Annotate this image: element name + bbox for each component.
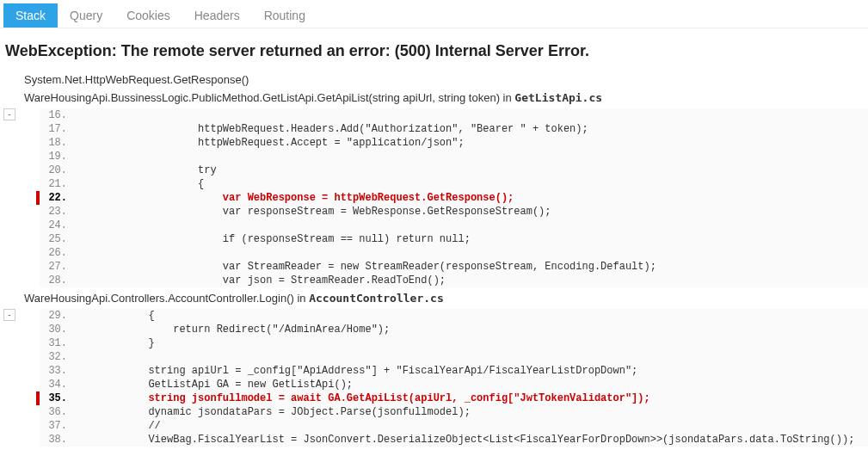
frame-text: WareHousingApi.BussinessLogic.PublicMeth… [24, 91, 514, 104]
line-number: 29. [40, 309, 74, 323]
line-number: 26. [40, 246, 74, 260]
code-line: 20. try [40, 163, 868, 177]
frame-file: AccountController.cs [309, 292, 444, 305]
line-code: { [74, 309, 155, 323]
line-code: httpWebRequest.Accept = "application/jso… [74, 136, 465, 150]
stack-frame[interactable]: WareHousingApi.Controllers.AccountContro… [0, 289, 868, 307]
code-line: 35. string jsonfullmodel = await GA.GetA… [40, 391, 868, 405]
line-code: GetListApi GA = new GetListApi(); [74, 378, 353, 391]
stack-frame[interactable]: WareHousingApi.BussinessLogic.PublicMeth… [0, 89, 868, 107]
code-line: 37. // [40, 419, 868, 433]
code-block: -16.17. httpWebRequest.Headers.Add("Auth… [40, 108, 868, 287]
collapse-button[interactable]: - [3, 108, 15, 120]
frame-text: WareHousingApi.Controllers.AccountContro… [24, 292, 309, 305]
line-code: var StreamReader = new StreamReader(resp… [74, 260, 656, 274]
line-number: 33. [40, 364, 74, 378]
line-number: 17. [40, 122, 74, 136]
line-number: 25. [40, 232, 74, 246]
code-line: 31. } [40, 336, 868, 350]
line-number: 24. [40, 219, 74, 232]
line-code: dynamic jsondataPars = JObject.Parse(jso… [74, 405, 471, 419]
code-line: 24. [40, 219, 868, 232]
tab-stack[interactable]: Stack [3, 3, 58, 28]
stack-frames: System.Net.HttpWebRequest.GetResponse()W… [0, 71, 868, 447]
line-code: } [74, 336, 155, 350]
line-code: string apiUrl = _config["ApiAddress"] + … [74, 364, 637, 378]
tab-bar: Stack Query Cookies Headers Routing [0, 0, 868, 28]
line-code: // [74, 419, 161, 433]
line-number: 31. [40, 336, 74, 350]
line-number: 19. [40, 150, 74, 163]
line-number: 23. [40, 205, 74, 219]
stack-frame: System.Net.HttpWebRequest.GetResponse() [0, 71, 868, 89]
frame-file: GetListApi.cs [514, 91, 602, 104]
exception-title: WebException: The remote server returned… [0, 28, 868, 71]
line-number: 18. [40, 136, 74, 150]
code-line: 25. if (responseStream == null) return n… [40, 232, 868, 246]
line-number: 22. [40, 191, 74, 205]
code-line: 17. httpWebRequest.Headers.Add("Authoriz… [40, 122, 868, 136]
line-number: 34. [40, 378, 74, 391]
tab-query[interactable]: Query [58, 3, 114, 28]
line-number: 32. [40, 350, 74, 364]
line-number: 16. [40, 108, 74, 122]
code-line: 30. return Redirect("/AdminArea/Home"); [40, 323, 868, 336]
collapse-button[interactable]: - [3, 309, 15, 321]
code-line: 29. { [40, 309, 868, 323]
code-line: 36. dynamic jsondataPars = JObject.Parse… [40, 405, 868, 419]
line-code: ViewBag.FiscalYearList = JsonConvert.Des… [74, 433, 854, 447]
tab-routing[interactable]: Routing [252, 3, 317, 28]
line-number: 38. [40, 433, 74, 447]
line-code: var responseStream = WebResponse.GetResp… [74, 205, 551, 219]
line-code: if (responseStream == null) return null; [74, 232, 471, 246]
line-code: string jsonfullmodel = await GA.GetApiLi… [74, 391, 650, 405]
line-number: 37. [40, 419, 74, 433]
code-line: 32. [40, 350, 868, 364]
code-line: 22. var WebResponse = httpWebRequest.Get… [40, 191, 868, 205]
tab-headers[interactable]: Headers [182, 3, 252, 28]
line-number: 20. [40, 163, 74, 177]
code-line: 23. var responseStream = WebResponse.Get… [40, 205, 868, 219]
line-code: httpWebRequest.Headers.Add("Authorizatio… [74, 122, 588, 136]
code-line: 21. { [40, 177, 868, 191]
code-line: 16. [40, 108, 868, 122]
code-block: -29. {30. return Redirect("/AdminArea/Ho… [40, 309, 868, 447]
tab-cookies[interactable]: Cookies [114, 3, 182, 28]
code-line: 18. httpWebRequest.Accept = "application… [40, 136, 868, 150]
line-number: 36. [40, 405, 74, 419]
line-code: try [74, 163, 217, 177]
line-number: 28. [40, 274, 74, 287]
frame-text: System.Net.HttpWebRequest.GetResponse() [24, 73, 249, 86]
line-code: var json = StreamReader.ReadToEnd(); [74, 274, 446, 287]
line-number: 30. [40, 323, 74, 336]
code-line: 26. [40, 246, 868, 260]
line-number: 27. [40, 260, 74, 274]
line-code: var WebResponse = httpWebRequest.GetResp… [74, 191, 514, 205]
code-line: 38. ViewBag.FiscalYearList = JsonConvert… [40, 433, 868, 447]
line-number: 35. [40, 391, 74, 405]
code-line: 28. var json = StreamReader.ReadToEnd(); [40, 274, 868, 287]
code-line: 34. GetListApi GA = new GetListApi(); [40, 378, 868, 391]
code-line: 27. var StreamReader = new StreamReader(… [40, 260, 868, 274]
line-code: return Redirect("/AdminArea/Home"); [74, 323, 390, 336]
code-line: 33. string apiUrl = _config["ApiAddress"… [40, 364, 868, 378]
line-code: { [74, 177, 204, 191]
line-number: 21. [40, 177, 74, 191]
code-line: 19. [40, 150, 868, 163]
